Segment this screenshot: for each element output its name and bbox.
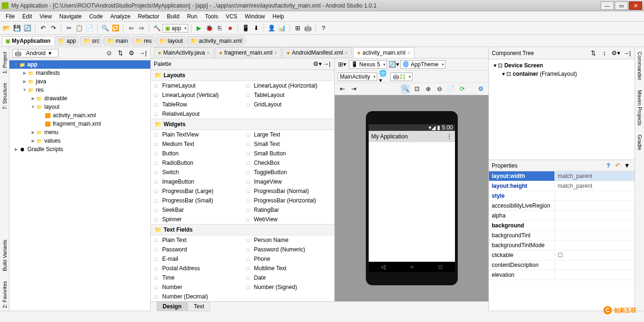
menu-refactor[interactable]: Refactor bbox=[134, 13, 163, 20]
palette-item[interactable]: ToggleButton bbox=[243, 168, 335, 177]
tab-favorites[interactable]: 2: Favorites bbox=[1, 278, 8, 311]
menu-navigate[interactable]: Navigate bbox=[56, 13, 85, 20]
breadcrumb-item[interactable]: 📁 res bbox=[132, 36, 157, 46]
tree-item[interactable]: ▼📁app bbox=[9, 60, 150, 69]
zoom-out-icon[interactable]: ⊖ bbox=[435, 84, 444, 94]
gear-icon[interactable]: ⚙ bbox=[127, 48, 136, 58]
screenshot-icon[interactable]: 📄 bbox=[446, 84, 455, 94]
property-row[interactable]: backgroundTint bbox=[489, 231, 635, 241]
avd-icon[interactable]: 📱 bbox=[241, 24, 250, 33]
api-combo[interactable]: 🤖21 bbox=[390, 72, 413, 81]
redo-icon[interactable]: ↷ bbox=[49, 24, 58, 33]
palette-item[interactable]: TableRow bbox=[151, 100, 243, 109]
breadcrumb-item[interactable]: ▣ MyApplication bbox=[2, 36, 56, 46]
props-help-icon[interactable]: ? bbox=[607, 162, 610, 169]
render-icon[interactable]: ⊞▾ bbox=[338, 60, 347, 69]
editor-tab[interactable]: ● AndroidManifest.xml × bbox=[282, 47, 352, 58]
palette-group[interactable]: 📁 Text Fields bbox=[151, 224, 334, 235]
zoom-actual-icon[interactable]: ⊡ bbox=[412, 84, 421, 94]
undo-icon[interactable]: ↶ bbox=[38, 24, 48, 33]
menu-code[interactable]: Code bbox=[85, 13, 107, 20]
property-row[interactable]: layout:widthmatch_parent bbox=[489, 171, 635, 181]
ct-collapse-icon[interactable]: ↕ bbox=[600, 48, 609, 58]
palette-item[interactable]: E-mail bbox=[151, 254, 243, 264]
close-icon[interactable]: × bbox=[407, 50, 410, 56]
attach-icon[interactable]: ⎘ bbox=[215, 24, 224, 33]
tree-item[interactable]: ▶📁java bbox=[9, 77, 150, 86]
menu-build[interactable]: Build bbox=[163, 13, 183, 20]
palette-hide-icon[interactable]: →| bbox=[322, 59, 331, 69]
tree-item[interactable]: ▶⬢Gradle Scripts bbox=[9, 145, 150, 153]
expand-icon[interactable]: ⇅ bbox=[116, 48, 125, 58]
property-row[interactable]: clickable☐ bbox=[489, 250, 635, 260]
palette-item[interactable]: Password (Numeric) bbox=[243, 245, 335, 254]
palette-item[interactable]: Number (Decimal) bbox=[151, 292, 243, 301]
collapse-icon[interactable]: ⊙ bbox=[104, 48, 114, 58]
ct-expand-icon[interactable]: ⇅ bbox=[588, 48, 598, 58]
palette-item[interactable]: Number bbox=[151, 282, 243, 292]
props-filter-icon[interactable]: ▼ bbox=[622, 161, 632, 170]
help-icon[interactable]: ? bbox=[319, 24, 328, 33]
palette-item[interactable]: Spinner bbox=[151, 215, 243, 224]
minimize-button[interactable]: — bbox=[601, 1, 614, 10]
debug-icon[interactable]: 🐞 bbox=[205, 24, 214, 33]
breadcrumb-item[interactable]: 📁 main bbox=[104, 36, 133, 46]
component-item[interactable]: ▾ ⊡ Device Screen bbox=[491, 61, 633, 70]
palette-gear-icon[interactable]: ⚙▾ bbox=[313, 59, 322, 69]
monitor-icon[interactable]: 📊 bbox=[277, 24, 287, 33]
toggle-right-icon[interactable]: ⇥ bbox=[349, 84, 358, 94]
tab-gradle[interactable]: Gradle bbox=[636, 132, 644, 153]
run-config-combo[interactable]: ▣ app bbox=[163, 24, 188, 32]
tab-build-variants[interactable]: Build Variants bbox=[1, 237, 8, 274]
editor-tab[interactable]: ● fragment_main.xml × bbox=[215, 47, 281, 58]
palette-item[interactable]: RelativeLayout bbox=[151, 109, 243, 119]
property-row[interactable]: backgroundTintMode bbox=[489, 241, 635, 250]
project-tree[interactable]: ▼📁app▶📁manifests▶📁java▼📁res▶📁drawable▼📁l… bbox=[9, 59, 150, 311]
palette-item[interactable]: ProgressBar (Small) bbox=[151, 196, 243, 205]
maximize-button[interactable]: ▭ bbox=[615, 1, 628, 10]
editor-tab[interactable]: ● MainActivity.java × bbox=[154, 47, 214, 58]
palette-item[interactable]: Large Text bbox=[243, 130, 335, 139]
close-icon[interactable]: × bbox=[207, 50, 210, 56]
palette-item[interactable]: Multiline Text bbox=[243, 264, 335, 273]
palette-item[interactable]: Small Text bbox=[243, 139, 335, 149]
breadcrumb-item[interactable]: 📁 app bbox=[55, 36, 81, 46]
tree-item[interactable]: ▼📁layout bbox=[9, 103, 150, 111]
palette-item[interactable]: Date bbox=[243, 273, 335, 282]
palette-item[interactable]: Small Button bbox=[243, 149, 335, 158]
zoom-in-icon[interactable]: ⊕ bbox=[423, 84, 433, 94]
save-icon[interactable]: 💾 bbox=[12, 24, 22, 33]
property-row[interactable]: alpha bbox=[489, 211, 635, 221]
palette-item[interactable]: Time bbox=[151, 273, 243, 282]
tree-item[interactable]: 🟧fragment_main.xml bbox=[9, 120, 150, 128]
palette-item[interactable]: RadioButton bbox=[151, 158, 243, 168]
palette-item[interactable]: GridLayout bbox=[243, 100, 335, 109]
activity-combo[interactable]: MainActivity bbox=[338, 72, 377, 81]
locale-icon[interactable]: 🌐▾ bbox=[379, 72, 388, 81]
menu-view[interactable]: View bbox=[36, 13, 56, 20]
palette-item[interactable]: Medium Text bbox=[151, 139, 243, 149]
back-icon[interactable]: ⇦ bbox=[126, 24, 136, 33]
props-reset-icon[interactable]: ↶ bbox=[613, 161, 622, 170]
palette-item[interactable]: ImageButton bbox=[151, 177, 243, 186]
tree-item[interactable]: ▶📁values bbox=[9, 137, 150, 145]
palette-item[interactable]: Button bbox=[151, 149, 243, 158]
menu-run[interactable]: Run bbox=[183, 13, 201, 20]
zoom-fit-icon[interactable]: 🔍 bbox=[401, 84, 410, 94]
palette-item[interactable]: Postal Address bbox=[151, 264, 243, 273]
project-mode-combo[interactable]: 🤖 Android ▾ bbox=[12, 49, 58, 57]
close-icon[interactable]: × bbox=[345, 50, 348, 56]
palette-item[interactable]: ProgressBar (Large) bbox=[151, 186, 243, 196]
tree-item[interactable]: ▼📁res bbox=[9, 86, 150, 94]
editor-tab[interactable]: ● activity_main.xml × bbox=[353, 47, 414, 58]
sync-icon[interactable]: 🔄 bbox=[23, 24, 32, 33]
palette-item[interactable]: CheckBox bbox=[243, 158, 335, 168]
menu-analyze[interactable]: Analyze bbox=[107, 13, 134, 20]
menu-vcs[interactable]: VCS bbox=[222, 13, 241, 20]
breadcrumb-item[interactable]: 📁 src bbox=[80, 36, 105, 46]
palette-item[interactable]: Person Name bbox=[243, 235, 335, 245]
breadcrumb-item[interactable]: 📁 activity_main.xml bbox=[187, 36, 247, 46]
palette-item[interactable]: Plain Text bbox=[151, 235, 243, 245]
palette-item[interactable]: TableLayout bbox=[243, 90, 335, 100]
palette-group[interactable]: 📁 Layouts bbox=[151, 70, 334, 81]
